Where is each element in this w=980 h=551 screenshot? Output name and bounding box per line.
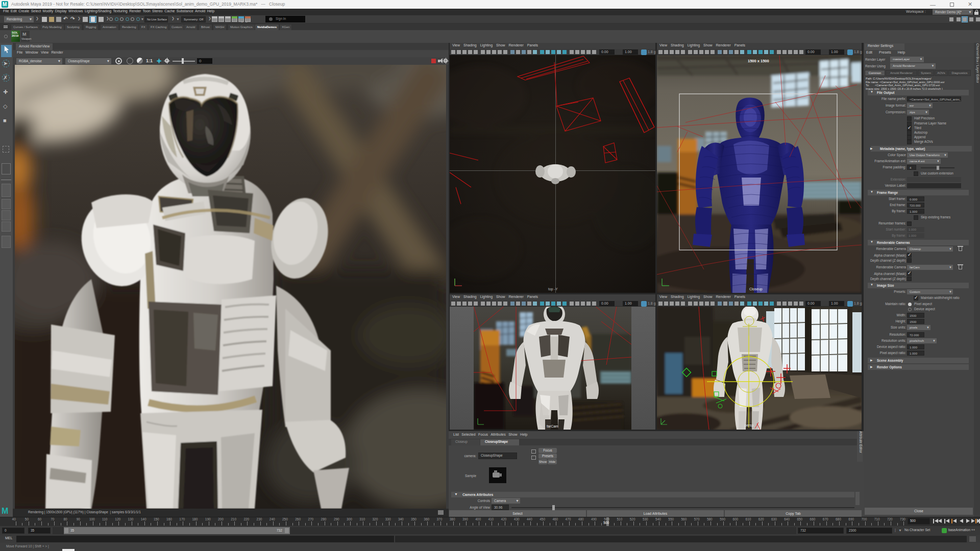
svg-text:top -Y: top -Y [548, 287, 558, 291]
svg-text:1500 x 1500: 1500 x 1500 [748, 59, 769, 63]
svg-text:farCam: farCam [547, 424, 558, 428]
svg-text:persp: persp [745, 423, 754, 428]
svg-text:Closeup: Closeup [749, 287, 763, 291]
